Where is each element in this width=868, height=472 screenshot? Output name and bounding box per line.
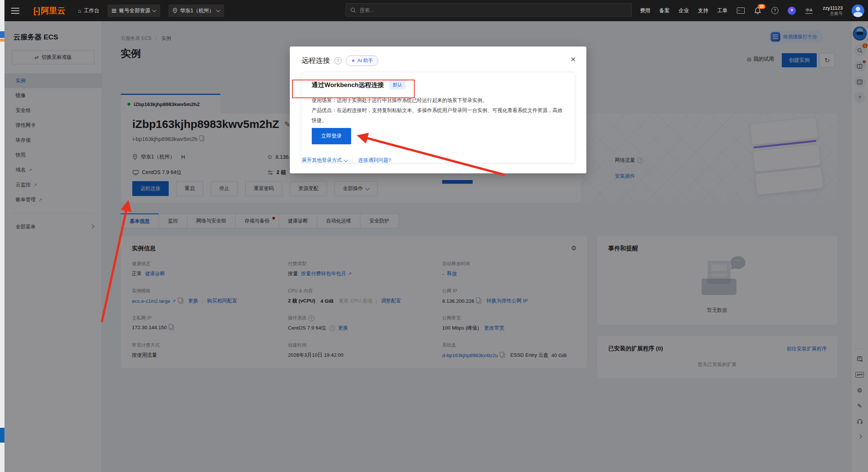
default-badge: 默认 bbox=[389, 80, 406, 90]
ai-assistant-button[interactable]: ★ AI 助手 bbox=[346, 55, 378, 66]
aliyun-logo[interactable]: [-] 阿里云 bbox=[33, 5, 65, 16]
login-now-button[interactable]: 立即登录 bbox=[312, 128, 351, 144]
nav-region-selector[interactable]: 华东1（杭州） bbox=[168, 4, 224, 17]
search-icon bbox=[350, 7, 356, 13]
nav-support[interactable]: 支持 bbox=[698, 7, 708, 14]
desktop-edge-sliver bbox=[0, 0, 4, 472]
avatar[interactable] bbox=[852, 4, 864, 17]
terminal-icon[interactable]: >_ bbox=[736, 7, 745, 15]
notification-badge: 20 bbox=[758, 4, 765, 9]
chevron-down-icon bbox=[152, 8, 156, 12]
desktop-fragment bbox=[0, 428, 4, 443]
expand-other-methods-link[interactable]: 展开其他登录方式 bbox=[302, 157, 347, 164]
method-title: 通过Workbench远程连接 bbox=[312, 81, 384, 89]
desktop-fragment bbox=[0, 39, 4, 42]
close-icon[interactable]: ✕ bbox=[570, 55, 576, 64]
username: zzy11123 bbox=[823, 5, 843, 11]
nav-workbench[interactable]: ⌂ 工作台 bbox=[78, 7, 99, 14]
desktop-fragment bbox=[0, 31, 4, 38]
logo-text: 阿里云 bbox=[41, 5, 65, 16]
top-navbar: [-] 阿里云 ⌂ 工作台 账号全部资源 华东1（杭州） bbox=[4, 0, 868, 21]
location-pin-icon bbox=[173, 8, 177, 13]
workbench-method-card: 通过Workbench远程连接 默认 使用场景：适用于实例处于运行中且操作系统已… bbox=[301, 72, 575, 163]
sparkle-icon: ★ bbox=[351, 58, 355, 63]
logo-mark: [-] bbox=[33, 6, 39, 16]
account-type: 主账号 bbox=[830, 11, 843, 16]
method-description: 使用场景：适用于实例处于运行中且操作系统已经运行起来的场景下登录实例。 产品优点… bbox=[312, 95, 567, 125]
apps-icon[interactable]: * bbox=[788, 7, 796, 15]
global-search[interactable] bbox=[346, 3, 632, 17]
divider bbox=[353, 158, 353, 163]
hamburger-menu-icon[interactable] bbox=[11, 8, 19, 14]
help-icon[interactable]: ? bbox=[771, 7, 779, 15]
notification-bell-icon[interactable]: 20 bbox=[754, 7, 762, 15]
dialog-title: 远程连接 bbox=[302, 56, 330, 65]
nav-account-resources[interactable]: 账号全部资源 bbox=[107, 4, 160, 17]
chevron-down-icon bbox=[216, 8, 220, 12]
nav-billing[interactable]: 费用 bbox=[640, 7, 650, 14]
user-info[interactable]: zzy11123 主账号 bbox=[823, 5, 843, 16]
connection-problem-link[interactable]: 连接遇到问题? bbox=[358, 157, 391, 164]
help-circle-icon[interactable]: ? bbox=[334, 57, 341, 64]
nav-tickets[interactable]: 工单 bbox=[717, 7, 728, 14]
language-icon[interactable]: 中A bbox=[805, 7, 813, 15]
chevron-down-icon bbox=[344, 158, 348, 162]
nav-enterprise[interactable]: 企业 bbox=[678, 7, 689, 14]
navbar-right: 费用 备案 企业 支持 工单 >_ 20 ? * 中A zzy11123 主账号 bbox=[640, 0, 864, 21]
search-input[interactable] bbox=[359, 7, 583, 13]
home-icon: ⌂ bbox=[78, 8, 81, 14]
nav-beian[interactable]: 备案 bbox=[659, 7, 670, 14]
remote-connect-dialog: 远程连接 ? ★ AI 助手 ✕ 通过Workbench远程连接 默认 使用场景… bbox=[290, 46, 586, 173]
resources-icon bbox=[112, 9, 116, 13]
screen: [-] 阿里云 ⌂ 工作台 账号全部资源 华东1（杭州） bbox=[0, 0, 868, 472]
